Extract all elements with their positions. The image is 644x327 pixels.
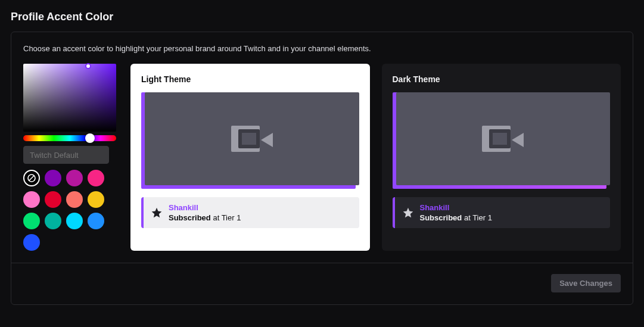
- hue-slider[interactable]: [23, 135, 116, 141]
- camera-icon: [482, 122, 524, 155]
- preview-dark-heading: Dark Theme: [393, 74, 611, 84]
- sub-username: Shankill: [420, 203, 492, 212]
- preview-light-heading: Light Theme: [141, 74, 359, 84]
- swatch-cyan[interactable]: [66, 213, 83, 229]
- section-description: Choose an accent color to highlight your…: [23, 44, 621, 53]
- swatch-red[interactable]: [45, 191, 61, 208]
- swatch-grid: [23, 170, 119, 251]
- preview-light: Light Theme Shankill: [130, 64, 370, 251]
- card-footer: Save Changes: [11, 263, 633, 292]
- sub-status-line: Subscribed at Tier 1: [420, 213, 492, 222]
- swatch-teal[interactable]: [45, 213, 61, 229]
- preview-dark: Dark Theme Shankill: [382, 64, 621, 251]
- saturation-handle[interactable]: [85, 63, 91, 69]
- swatch-navy[interactable]: [23, 234, 40, 251]
- saturation-box[interactable]: [23, 64, 116, 132]
- svg-line-1: [29, 176, 34, 180]
- swatch-blue[interactable]: [88, 213, 104, 229]
- swatch-purple[interactable]: [45, 170, 61, 186]
- swatch-none[interactable]: [23, 170, 40, 186]
- star-icon: [151, 207, 163, 219]
- sub-notification-light: Shankill Subscribed at Tier 1: [141, 197, 359, 228]
- swatch-gold[interactable]: [88, 191, 104, 208]
- sub-status-line: Subscribed at Tier 1: [169, 213, 241, 222]
- star-icon: [402, 207, 414, 219]
- swatch-hotpink[interactable]: [88, 170, 104, 186]
- hue-handle[interactable]: [85, 133, 95, 143]
- color-picker: [23, 64, 119, 251]
- sub-notification-dark: Shankill Subscribed at Tier 1: [393, 197, 611, 228]
- swatch-pink[interactable]: [23, 191, 40, 208]
- save-changes-button[interactable]: Save Changes: [551, 274, 621, 292]
- section-title: Profile Accent Color: [11, 11, 633, 23]
- swatch-green[interactable]: [23, 213, 40, 229]
- accent-color-card: Choose an accent color to highlight your…: [11, 32, 633, 305]
- camera-icon: [231, 122, 273, 155]
- swatch-magenta[interactable]: [66, 170, 83, 186]
- hex-input[interactable]: [23, 146, 109, 164]
- sub-username: Shankill: [169, 203, 241, 212]
- preview-light-thumbnail: [141, 92, 359, 185]
- swatch-coral[interactable]: [66, 191, 83, 208]
- preview-dark-thumbnail: [393, 92, 611, 185]
